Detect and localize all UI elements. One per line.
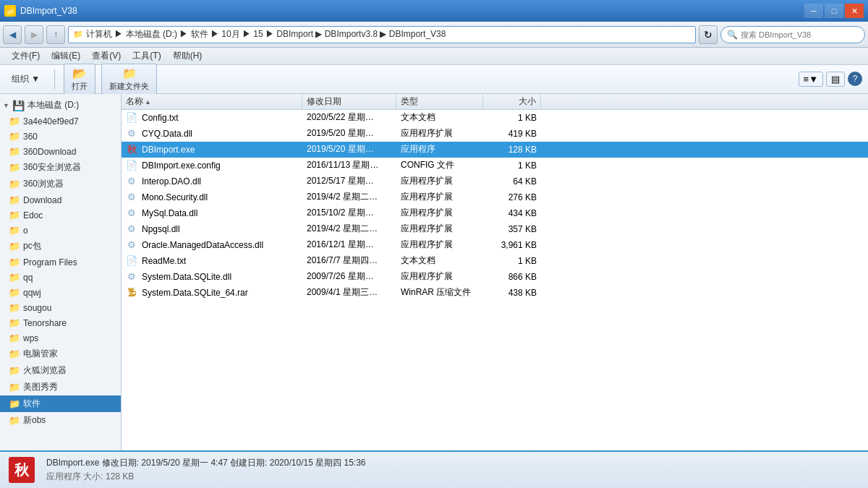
help-button[interactable]: ? xyxy=(848,72,862,86)
sidebar-item-label: 3a4e40ef9ed7 xyxy=(23,116,79,127)
drive-icon: 💾 xyxy=(12,100,25,111)
search-icon: 🔍 xyxy=(727,30,738,40)
organize-button[interactable]: 组织 ▼ xyxy=(6,70,46,88)
menu-tools[interactable]: 工具(T) xyxy=(127,48,166,64)
file-row-3[interactable]: 📄 DBImport.exe.config 2016/11/13 星期… CON… xyxy=(122,158,868,174)
file-icon-dll: ⚙ xyxy=(126,271,137,283)
file-row-4[interactable]: ⚙ Interop.DAO.dll 2012/5/17 星期… 应用程序扩展 6… xyxy=(122,174,868,189)
sidebar-item-3a4e40ef9ed7[interactable]: 📁3a4e40ef9ed7 xyxy=(0,114,121,129)
open-button[interactable]: 📂 打开 xyxy=(64,64,95,95)
sidebar-item-o[interactable]: 📁o xyxy=(0,223,121,238)
file-row-6[interactable]: ⚙ MySql.Data.dll 2015/10/2 星期… 应用程序扩展 43… xyxy=(122,205,868,221)
menu-edit[interactable]: 编辑(E) xyxy=(46,48,86,64)
file-row-10[interactable]: ⚙ System.Data.SQLite.dll 2009/7/26 星期… 应… xyxy=(122,269,868,285)
file-row-9[interactable]: 📄 ReadMe.txt 2016/7/7 星期四… 文本文档 1 KB xyxy=(122,253,868,269)
menu-view[interactable]: 查看(V) xyxy=(86,48,127,64)
folder-icon: 📁 xyxy=(9,131,20,142)
folder-icon: 📁 xyxy=(9,116,20,127)
file-date-cell: 2016/11/13 星期… xyxy=(302,158,396,173)
sidebar-item-label: sougou xyxy=(23,303,51,313)
sidebar-item-label: 美图秀秀 xyxy=(23,381,58,393)
dll-icon: ⚙ xyxy=(127,239,136,250)
file-row-5[interactable]: ⚙ Mono.Security.dll 2019/4/2 星期二… 应用程序扩展… xyxy=(122,189,868,205)
file-row-11[interactable]: 🗜 System.Data.SQLite_64.rar 2009/4/1 星期三… xyxy=(122,285,868,301)
file-icon-dll: ⚙ xyxy=(126,128,137,140)
preview-pane-button[interactable]: ▤ xyxy=(826,72,845,87)
dll-icon: ⚙ xyxy=(127,207,136,218)
file-list-area: 名称 ▲ 修改日期 类型 大小 📄 Config.txt 2020/5/22 星… xyxy=(122,94,868,450)
up-button[interactable]: ↑ xyxy=(46,25,65,44)
address-path[interactable]: 📁 计算机 ▶ 本地磁盘 (D:) ▶ 软件 ▶ 10月 ▶ 15 ▶ DBIm… xyxy=(68,26,696,43)
folder-icon: 📁 xyxy=(9,162,20,173)
file-date-cell: 2019/5/20 星期… xyxy=(302,142,396,157)
file-row-8[interactable]: ⚙ Oracle.ManagedDataAccess.dll 2016/12/1… xyxy=(122,237,868,253)
file-icon-rar: 🗜 xyxy=(126,287,137,299)
file-row-2[interactable]: 秋 DBImport.exe 2019/5/20 星期… 应用程序 128 KB xyxy=(122,142,868,158)
file-name-cell: 📄 ReadMe.txt xyxy=(122,255,302,267)
sidebar-root[interactable]: ▼ 💾 本地磁盘 (D:) xyxy=(0,97,121,114)
refresh-button[interactable]: ↻ xyxy=(699,25,718,44)
sidebar-item-电脑管家[interactable]: 📁电脑管家 xyxy=(0,346,121,362)
sidebar-item-360安全浏览器[interactable]: 📁360安全浏览器 xyxy=(0,159,121,176)
sidebar-item-360[interactable]: 📁360 xyxy=(0,129,121,144)
sidebar-item-Program_Files[interactable]: 📁Program Files xyxy=(0,254,121,270)
file-row-7[interactable]: ⚙ Npgsql.dll 2019/4/2 星期二… 应用程序扩展 357 KB xyxy=(122,221,868,237)
file-size-cell: 64 KB xyxy=(483,175,541,188)
sidebar-item-Edoc[interactable]: 📁Edoc xyxy=(0,207,121,223)
file-size-cell: 1 KB xyxy=(483,254,541,267)
new-folder-icon: 📁 xyxy=(122,67,137,80)
col-header-size[interactable]: 大小 xyxy=(483,94,541,109)
sidebar-item-美图秀秀[interactable]: 📁美图秀秀 xyxy=(0,379,121,395)
sidebar-item-新obs[interactable]: 📁新obs xyxy=(0,412,121,429)
sidebar-item-火狐浏览器[interactable]: 📁火狐浏览器 xyxy=(0,362,121,379)
file-name-text: Mono.Security.dll xyxy=(142,192,208,202)
sidebar-item-360Download[interactable]: 📁360Download xyxy=(0,144,121,159)
sidebar-item-pc包[interactable]: 📁pc包 xyxy=(0,238,121,254)
sidebar-item-qq[interactable]: 📁qq xyxy=(0,270,121,285)
sidebar-item-360浏览器[interactable]: 📁360浏览器 xyxy=(0,176,121,192)
menu-file[interactable]: 文件(F) xyxy=(6,48,46,64)
folder-icon: 📁 xyxy=(9,317,20,328)
file-name-text: Oracle.ManagedDataAccess.dll xyxy=(142,240,263,250)
maximize-button[interactable]: □ xyxy=(825,4,843,18)
file-name-text: ReadMe.txt xyxy=(142,256,186,266)
file-icon-txt: 📄 xyxy=(126,255,137,267)
search-input[interactable] xyxy=(741,30,859,39)
back-button[interactable]: ◀ xyxy=(3,25,22,44)
folder-icon: 📁 xyxy=(9,257,20,267)
file-type-cell: 文本文档 xyxy=(396,253,483,268)
file-size-cell: 1 KB xyxy=(483,159,541,172)
sidebar-item-label: wps xyxy=(23,333,38,343)
view-toggle-button[interactable]: ≡▼ xyxy=(799,72,823,87)
col-header-type[interactable]: 类型 xyxy=(396,94,483,109)
toolbar: 组织 ▼ 📂 打开 📁 新建文件夹 ≡▼ ▤ ? xyxy=(0,65,868,94)
forward-button[interactable]: ▶ xyxy=(25,25,43,44)
file-type-cell: 应用程序扩展 xyxy=(396,126,483,141)
new-folder-button[interactable]: 📁 新建文件夹 xyxy=(101,64,157,95)
sidebar-item-软件[interactable]: 📁软件 xyxy=(0,395,121,412)
file-size-cell: 434 KB xyxy=(483,207,541,220)
status-line2: 应用程序 大小: 128 KB xyxy=(46,471,859,483)
file-row-0[interactable]: 📄 Config.txt 2020/5/22 星期… 文本文档 1 KB xyxy=(122,110,868,126)
file-row-1[interactable]: ⚙ CYQ.Data.dll 2019/5/20 星期… 应用程序扩展 419 … xyxy=(122,126,868,142)
col-header-date[interactable]: 修改日期 xyxy=(302,94,396,109)
file-name-text: CYQ.Data.dll xyxy=(142,129,192,139)
search-box[interactable]: 🔍 xyxy=(720,26,865,43)
dll-icon: ⚙ xyxy=(127,176,136,187)
open-icon: 📂 xyxy=(72,67,87,80)
file-name-cell: ⚙ MySql.Data.dll xyxy=(122,207,302,219)
title-bar-icon: 📁 xyxy=(4,5,16,17)
sidebar-item-Tenorshare[interactable]: 📁Tenorshare xyxy=(0,315,121,330)
close-button[interactable]: ✕ xyxy=(845,4,864,18)
minimize-button[interactable]: ─ xyxy=(804,4,823,18)
sidebar-item-sougou[interactable]: 📁sougou xyxy=(0,300,121,315)
file-name-cell: 秋 DBImport.exe xyxy=(122,144,302,155)
sidebar: ▼ 💾 本地磁盘 (D:) 📁3a4e40ef9ed7📁360📁360Downl… xyxy=(0,94,122,450)
col-header-name[interactable]: 名称 ▲ xyxy=(122,94,302,109)
sidebar-item-wps[interactable]: 📁wps xyxy=(0,330,121,346)
col-name-label: 名称 xyxy=(126,95,143,108)
menu-help[interactable]: 帮助(H) xyxy=(167,48,208,64)
sidebar-item-qqwj[interactable]: 📁qqwj xyxy=(0,285,121,300)
sidebar-item-Download[interactable]: 📁Download xyxy=(0,192,121,207)
dll-icon: ⚙ xyxy=(127,223,136,234)
